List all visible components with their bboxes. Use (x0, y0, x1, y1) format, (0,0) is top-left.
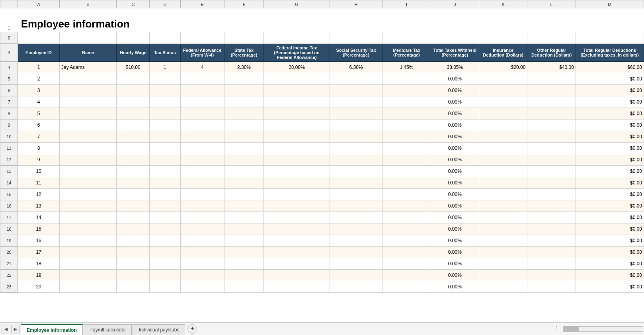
cell-hourly-wage[interactable] (117, 96, 150, 108)
cell-total-deductions[interactable]: $0.00 (576, 200, 644, 212)
cell-federal-income-tax[interactable] (264, 96, 330, 108)
cell-other-deduction[interactable] (527, 143, 576, 154)
cell-state-tax[interactable] (224, 281, 263, 293)
cell-other-deduction[interactable] (527, 212, 576, 223)
col-header-i[interactable]: I (382, 0, 431, 8)
cell-medicare-tax[interactable] (382, 247, 431, 258)
cell-insurance-deduction[interactable] (479, 73, 527, 85)
cell-insurance-deduction[interactable]: $20.00 (479, 62, 527, 73)
sheet-tab-1[interactable]: Payroll calculator (84, 324, 132, 335)
cell-total-deductions[interactable]: $0.00 (576, 189, 644, 200)
cell-total-taxes[interactable]: 0.00% (431, 200, 479, 212)
cell-hourly-wage[interactable]: $10.00 (117, 62, 150, 73)
cell-hourly-wage[interactable] (117, 200, 150, 212)
cell-name[interactable] (59, 166, 116, 177)
col-header-h[interactable]: H (330, 0, 382, 8)
cell-other-deduction[interactable] (527, 200, 576, 212)
tab-more-button[interactable]: ⋮ (552, 325, 561, 333)
table-area[interactable]: A B C D E F G H I J K L M 1 (0, 0, 644, 322)
cell-federal-allowance[interactable] (180, 177, 224, 189)
cell-tax-status[interactable] (150, 189, 180, 200)
cell-tax-status[interactable] (150, 223, 180, 235)
cell-insurance-deduction[interactable] (479, 177, 527, 189)
cell-tax-status[interactable] (150, 235, 180, 247)
cell-state-tax[interactable] (224, 212, 263, 223)
cell-other-deduction[interactable] (527, 108, 576, 120)
cell-other-deduction[interactable] (527, 96, 576, 108)
cell-hourly-wage[interactable] (117, 166, 150, 177)
cell-hourly-wage[interactable] (117, 258, 150, 270)
cell-name[interactable] (59, 73, 116, 85)
cell-name[interactable] (59, 200, 116, 212)
cell-social-security[interactable] (330, 73, 382, 85)
cell-federal-allowance[interactable] (180, 223, 224, 235)
cell-total-deductions[interactable]: $0.00 (576, 96, 644, 108)
cell-tax-status[interactable] (150, 247, 180, 258)
col-header-e[interactable]: E (180, 0, 224, 8)
cell-federal-income-tax[interactable] (264, 281, 330, 293)
cell-tax-status[interactable] (150, 96, 180, 108)
col-header-f[interactable]: F (224, 0, 263, 8)
cell-total-deductions[interactable]: $0.00 (576, 108, 644, 120)
cell-hourly-wage[interactable] (117, 189, 150, 200)
cell-total-deductions[interactable]: $0.00 (576, 154, 644, 166)
cell-insurance-deduction[interactable] (479, 143, 527, 154)
cell-tax-status[interactable] (150, 177, 180, 189)
cell-total-deductions[interactable]: $0.00 (576, 223, 644, 235)
cell-employee-id[interactable]: 6 (18, 120, 60, 131)
cell-name[interactable] (59, 189, 116, 200)
col-header-m[interactable]: M (576, 0, 644, 8)
cell-medicare-tax[interactable] (382, 235, 431, 247)
cell-insurance-deduction[interactable] (479, 200, 527, 212)
cell-federal-allowance[interactable] (180, 120, 224, 131)
cell-insurance-deduction[interactable] (479, 270, 527, 281)
cell-hourly-wage[interactable] (117, 143, 150, 154)
cell-medicare-tax[interactable] (382, 85, 431, 96)
cell-insurance-deduction[interactable] (479, 85, 527, 96)
cell-hourly-wage[interactable] (117, 108, 150, 120)
cell-hourly-wage[interactable] (117, 154, 150, 166)
sheet-tab-2[interactable]: Individual paystubs (133, 324, 185, 335)
cell-other-deduction[interactable] (527, 154, 576, 166)
cell-medicare-tax[interactable] (382, 200, 431, 212)
cell-federal-allowance[interactable] (180, 96, 224, 108)
cell-employee-id[interactable]: 14 (18, 212, 60, 223)
cell-hourly-wage[interactable] (117, 212, 150, 223)
cell-tax-status[interactable] (150, 131, 180, 143)
cell-social-security[interactable] (330, 131, 382, 143)
cell-tax-status[interactable]: 1 (150, 62, 180, 73)
cell-federal-allowance[interactable] (180, 235, 224, 247)
col-header-b[interactable]: B (59, 0, 116, 8)
cell-other-deduction[interactable] (527, 120, 576, 131)
cell-tax-status[interactable] (150, 166, 180, 177)
cell-tax-status[interactable] (150, 85, 180, 96)
cell-state-tax[interactable] (224, 96, 263, 108)
cell-federal-income-tax[interactable] (264, 131, 330, 143)
cell-federal-allowance[interactable] (180, 247, 224, 258)
cell-federal-allowance[interactable] (180, 73, 224, 85)
cell-employee-id[interactable]: 18 (18, 258, 60, 270)
cell-state-tax[interactable] (224, 258, 263, 270)
cell-social-security[interactable] (330, 258, 382, 270)
cell-medicare-tax[interactable] (382, 120, 431, 131)
cell-hourly-wage[interactable] (117, 85, 150, 96)
cell-state-tax[interactable] (224, 247, 263, 258)
cell-insurance-deduction[interactable] (479, 189, 527, 200)
cell-employee-id[interactable]: 19 (18, 270, 60, 281)
cell-medicare-tax[interactable] (382, 258, 431, 270)
cell-insurance-deduction[interactable] (479, 154, 527, 166)
cell-federal-income-tax[interactable] (264, 200, 330, 212)
cell-name[interactable] (59, 143, 116, 154)
cell-total-taxes[interactable]: 0.00% (431, 223, 479, 235)
cell-other-deduction[interactable] (527, 247, 576, 258)
cell-hourly-wage[interactable] (117, 131, 150, 143)
cell-other-deduction[interactable] (527, 270, 576, 281)
col-header-c[interactable]: C (117, 0, 150, 8)
cell-federal-income-tax[interactable] (264, 108, 330, 120)
cell-federal-income-tax[interactable] (264, 258, 330, 270)
cell-insurance-deduction[interactable] (479, 212, 527, 223)
cell-employee-id[interactable]: 13 (18, 200, 60, 212)
cell-name[interactable] (59, 258, 116, 270)
cell-insurance-deduction[interactable] (479, 235, 527, 247)
cell-social-security[interactable]: 6.30% (330, 62, 382, 73)
